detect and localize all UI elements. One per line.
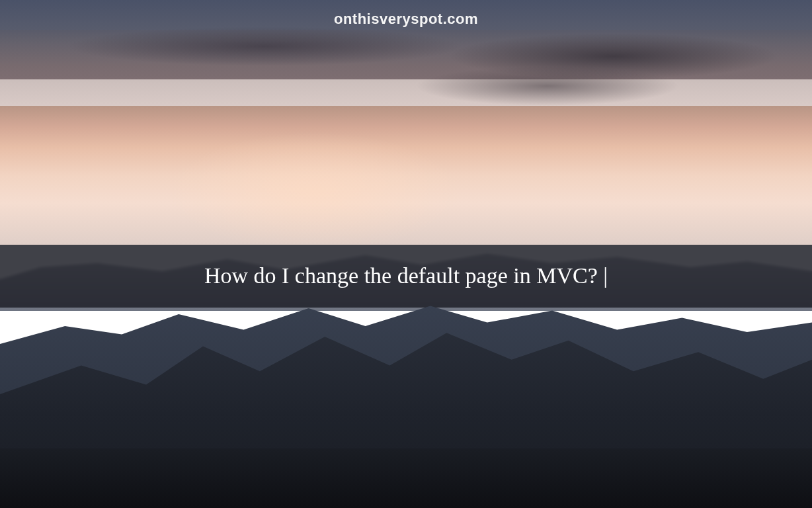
cloud-shape xyxy=(415,66,680,106)
background-image xyxy=(0,0,812,508)
sunset-glow xyxy=(165,132,463,251)
foreground-dark-layer xyxy=(0,448,812,508)
cloud-shape xyxy=(66,26,463,66)
website-url-header: onthisveryspot.com xyxy=(334,11,478,28)
page-title: How do I change the default page in MVC?… xyxy=(40,263,771,288)
